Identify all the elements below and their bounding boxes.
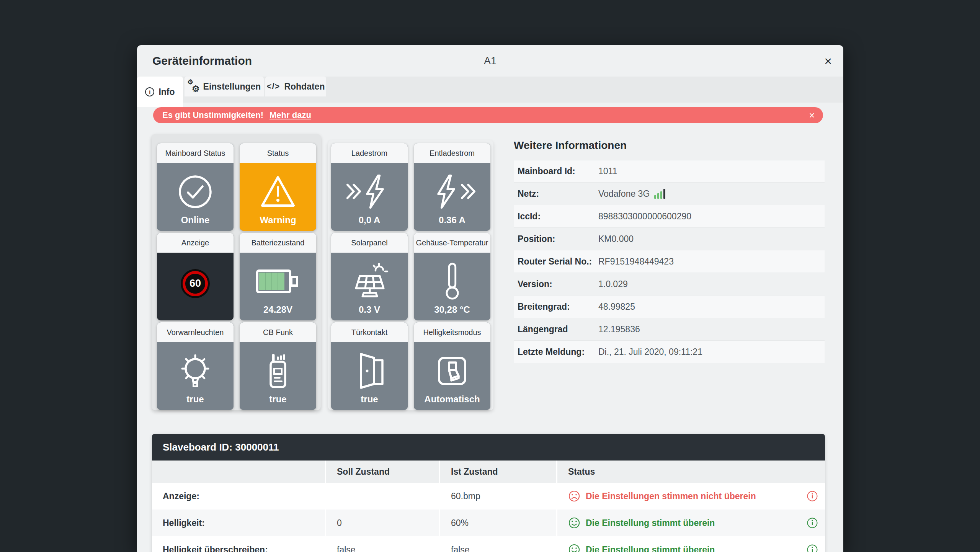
tile-value: 0.3 V [331, 304, 408, 315]
tab-info[interactable]: i Info [137, 77, 183, 107]
battery-icon [256, 268, 300, 295]
alert-close-button[interactable]: × [809, 110, 815, 121]
tab-einstellungen[interactable]: ⚙⚙ Einstellungen [185, 77, 264, 96]
sad-face-icon [568, 490, 580, 502]
device-name: A1 [484, 45, 497, 77]
info-row-breitengrad: Breitengrad: 48.99825 [514, 296, 825, 318]
info-circle-icon: i [145, 87, 154, 96]
discrepancy-alert-banner: Es gibt Unstimmigkeiten! Mehr dazu × [153, 107, 823, 123]
tile-value: 30,28 °C [414, 304, 490, 315]
tab-label: Info [158, 87, 175, 97]
code-icon: </> [267, 82, 280, 91]
table-row-helligkeit-ueberschreiben: Helligkeit überschreiben: false false Di… [152, 536, 825, 552]
tab-label: Rohdaten [284, 82, 325, 92]
tile-cb-funk: CB Funk true [240, 322, 316, 410]
tile-value: Warning [240, 215, 316, 225]
info-icon[interactable] [807, 517, 818, 529]
thermometer-icon [441, 262, 464, 301]
walkie-talkie-icon [261, 352, 295, 390]
tile-title: CB Funk [240, 322, 316, 342]
alert-more-link[interactable]: Mehr dazu [270, 110, 311, 120]
tile-value: true [157, 394, 234, 405]
info-row-letzte-meldung: Letzte Meldung: Di., 21. Juli 2020, 09:1… [514, 341, 825, 363]
info-row-position: Position: KM0.000 [514, 228, 825, 250]
tile-status: Status Warning [240, 143, 316, 231]
device-info-dialog: Geräteinformation A1 × i Info ⚙⚙ Einstel… [137, 45, 843, 552]
tile-value: Online [157, 215, 234, 225]
info-icon[interactable] [807, 490, 818, 502]
device-info-list: Mainboard Id: 1011 Netz: Vodafone 3G Icc… [514, 160, 825, 363]
slaveboard-column-header: Soll Zustand Ist Zustand Status [152, 461, 825, 483]
section-title-weitere-informationen: Weitere Informationen [514, 139, 627, 152]
tile-value: 0,0 A [331, 215, 408, 225]
tile-value: Automatisch [414, 394, 490, 405]
col-status: Status [556, 461, 825, 483]
tile-mainboard-status: Mainboard Status Online [157, 143, 234, 231]
tab-label: Einstellungen [203, 82, 261, 92]
info-row-iccid: IccId: 8988303000000600290 [514, 205, 825, 228]
check-circle-icon [176, 173, 214, 211]
warning-triangle-icon [259, 173, 297, 210]
light-switch-icon [433, 352, 471, 390]
col-ist-zustand: Ist Zustand [439, 461, 556, 483]
slaveboard-title: Slaveboard ID: 30000011 [152, 434, 825, 461]
speed-limit-60-sign: 60 [183, 271, 208, 296]
tile-title: Entladestrom [414, 143, 490, 163]
status-text: Die Einstellung stimmt überein [586, 545, 715, 552]
tile-title: Vorwarnleuchten [157, 322, 234, 342]
tile-gehaeuse-temperatur: Gehäuse-Temperatur 30,28 °C [414, 233, 490, 320]
tab-rohdaten[interactable]: </> Rohdaten [265, 77, 326, 96]
tile-tuerkontakt: Türkontakt true [331, 322, 408, 410]
tile-title: Anzeige [157, 233, 234, 253]
light-bulb-icon [176, 353, 214, 389]
tile-title: Ladestrom [331, 143, 408, 163]
info-row-version: Version: 1.0.029 [514, 273, 825, 296]
solar-panel-icon [348, 262, 390, 300]
tile-title: Gehäuse-Temperatur [414, 233, 490, 253]
tile-solarpanel: Solarpanel 0.3 V [331, 233, 408, 320]
tile-title: Status [240, 143, 316, 163]
tile-helligkeitsmodus: Helligkeitsmodus Automatisch [414, 322, 490, 410]
dialog-close-button[interactable]: × [824, 45, 832, 77]
open-door-icon [350, 352, 389, 390]
alert-text: Es gibt Unstimmigkeiten! [162, 110, 263, 120]
status-text: Die Einstellungen stimmen nicht überein [586, 491, 756, 501]
tile-entladestrom: Entladestrom 0.36 A [414, 143, 490, 231]
info-row-netz: Netz: Vodafone 3G [514, 183, 825, 205]
tile-vorwarnleuchten: Vorwarnleuchten true [157, 322, 234, 410]
tile-anzeige: Anzeige 60 [157, 233, 234, 320]
info-icon[interactable] [807, 544, 818, 552]
tile-value: true [331, 394, 408, 405]
tile-value: 0.36 A [414, 215, 490, 225]
table-row-anzeige: Anzeige: 60.bmp Die Einstellungen stimme… [152, 483, 825, 510]
table-row-helligkeit: Helligkeit: 0 60% Die Einstellung stimmt… [152, 510, 825, 536]
tile-value: true [240, 394, 316, 405]
tile-title: Mainboard Status [157, 143, 234, 163]
slaveboard-table: Slaveboard ID: 30000011 Soll Zustand Ist… [152, 434, 825, 552]
info-row-laengengrad: Längengrad 12.195836 [514, 318, 825, 341]
col-soll-zustand: Soll Zustand [325, 461, 439, 483]
happy-face-icon [568, 544, 580, 552]
tile-title: Helligkeitsmodus [414, 322, 490, 342]
tile-title: Türkontakt [331, 322, 408, 342]
dialog-title: Geräteinformation [152, 45, 252, 77]
discharge-current-icon [426, 173, 478, 210]
tile-title: Solarpanel [331, 233, 408, 253]
col-empty [152, 461, 325, 483]
gears-icon: ⚙⚙ [188, 80, 199, 93]
charge-current-icon [344, 173, 395, 210]
status-text: Die Einstellung stimmt überein [586, 518, 715, 528]
info-row-router-serial: Router Serial No.: RF9151948449423 [514, 250, 825, 273]
tile-title: Batteriezustand [240, 233, 316, 253]
signal-strength-icon [654, 189, 665, 199]
tile-ladestrom: Ladestrom 0,0 A [331, 143, 408, 231]
tile-value: 24.28V [240, 304, 316, 315]
info-row-mainboard-id: Mainboard Id: 1011 [514, 160, 825, 183]
happy-face-icon [568, 517, 580, 529]
tile-batteriezustand: Batteriezustand 24.28V [240, 233, 316, 320]
